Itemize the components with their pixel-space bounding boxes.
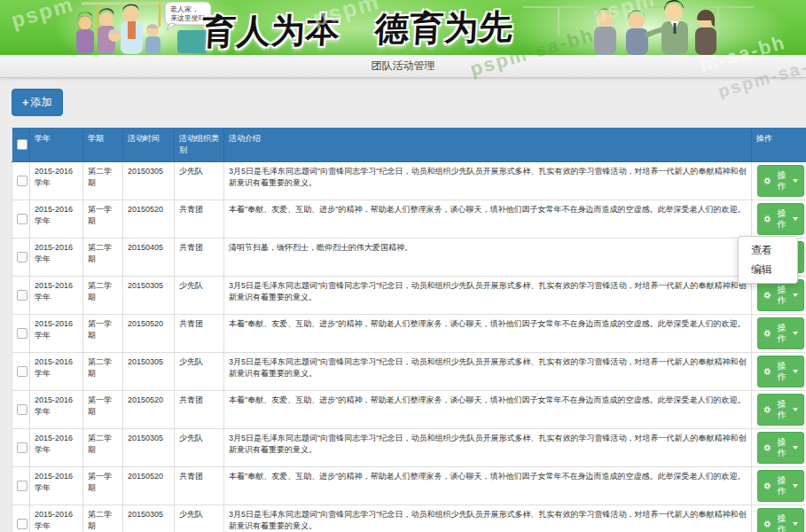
cell-school-year: 2015-2016学年 [30, 277, 83, 315]
header-actions: 操作 [752, 128, 806, 162]
table-row: 2015-2016学年 第一学期 20150520 共青团 本着"奉献、友爱、互… [12, 391, 806, 429]
table-row: 2015-2016学年 第二学期 20150305 少先队 3月5日是毛泽东同志… [12, 353, 806, 391]
cell-actions: 操作 [752, 467, 806, 505]
cell-org-type: 少先队 [175, 162, 224, 200]
cell-activity-intro: 本着"奉献、友爱、互助、进步"的精神，帮助老人们整理家务，谈心聊天，填补他们因子… [224, 391, 752, 429]
cell-semester: 第二学期 [83, 429, 123, 467]
cell-school-year: 2015-2016学年 [30, 315, 83, 353]
cell-actions: 操作 [752, 162, 806, 200]
row-checkbox[interactable] [17, 290, 27, 301]
cell-semester: 第一学期 [83, 315, 123, 353]
row-checkbox[interactable] [17, 519, 27, 529]
action-button-label: 操作 [774, 285, 789, 306]
cell-semester: 第二学期 [83, 353, 123, 391]
caret-down-icon [793, 484, 798, 488]
row-action-button[interactable]: 操作 [757, 470, 804, 502]
row-action-button[interactable]: 操作 [757, 394, 804, 426]
row-checkbox[interactable] [17, 481, 27, 491]
header-activity-intro: 活动介绍 [224, 128, 752, 162]
activities-table: 学年 学期 活动时间 活动组织类别 活动介绍 操作 2015-2016学年 第二… [12, 128, 806, 532]
row-action-button[interactable]: 操作 [757, 165, 804, 197]
cell-org-type: 共青团 [175, 467, 224, 505]
action-button-label: 操作 [774, 208, 789, 230]
table-row: 2015-2016学年 第一学期 20150520 共青团 本着"奉献、友爱、互… [12, 315, 806, 353]
select-all-checkbox[interactable] [17, 139, 27, 150]
header-school-year: 学年 [30, 128, 83, 162]
caret-down-icon [793, 408, 798, 411]
row-select-cell [12, 277, 30, 315]
row-select-cell [12, 505, 30, 532]
cell-school-year: 2015-2016学年 [30, 467, 83, 505]
add-button[interactable]: +添加 [12, 89, 63, 116]
row-action-button[interactable]: 操作 [757, 356, 804, 387]
cell-org-type: 少先队 [175, 429, 224, 467]
table-row: 2015-2016学年 第二学期 20150305 少先队 3月5日是毛泽东同志… [12, 162, 806, 200]
cell-org-type: 共青团 [175, 200, 224, 239]
cell-activity-date: 20150520 [123, 467, 175, 505]
cell-actions: 操作 [752, 505, 806, 532]
row-checkbox[interactable] [17, 176, 27, 186]
row-action-button[interactable]: 操作 [757, 317, 804, 349]
row-checkbox[interactable] [17, 214, 27, 224]
gear-icon [763, 329, 771, 338]
cell-actions: 操作 [752, 315, 806, 353]
cell-activity-intro: 清明节扫墓，缅怀烈士，瞻仰烈士的伟大爱国精神。 [224, 239, 752, 277]
action-button-label: 操作 [774, 437, 789, 458]
cell-activity-intro: 3月5日是毛泽东同志题词"向雷锋同志学习"纪念日，动员和组织少先队员开展形式多样… [224, 162, 752, 200]
caret-down-icon [793, 293, 798, 297]
cell-school-year: 2015-2016学年 [30, 353, 83, 391]
cell-activity-date: 20150405 [123, 239, 175, 277]
cell-actions: 操作 [752, 391, 806, 429]
action-button-label: 操作 [774, 170, 789, 192]
cell-school-year: 2015-2016学年 [30, 162, 83, 200]
bubble-text-line1: 老人家， [169, 5, 199, 13]
row-checkbox[interactable] [17, 328, 27, 339]
header-semester: 学期 [83, 128, 123, 162]
row-checkbox[interactable] [17, 252, 27, 262]
cell-activity-date: 20150305 [123, 429, 175, 467]
banner-cartoon-bus-scene: 老人家， 来这里坐吧。 [73, 0, 215, 55]
table-row: 2015-2016学年 第二学期 20150305 少先队 3月5日是毛泽东同志… [12, 277, 806, 315]
gear-icon [763, 481, 771, 490]
caret-down-icon [793, 522, 798, 526]
action-button-label: 操作 [774, 361, 789, 382]
row-checkbox[interactable] [17, 442, 27, 453]
gear-icon [763, 520, 771, 528]
cell-school-year: 2015-2016学年 [30, 200, 83, 239]
banner-slogan: 育人为本 德育为先 [200, 4, 513, 55]
cell-org-type: 少先队 [175, 277, 224, 315]
row-action-button[interactable]: 操作 [757, 203, 804, 235]
cell-activity-intro: 本着"奉献、友爱、互助、进步"的精神，帮助老人们整理家务，谈心聊天，填补他们因子… [224, 467, 752, 505]
table-body: 2015-2016学年 第二学期 20150305 少先队 3月5日是毛泽东同志… [12, 162, 806, 532]
banner-cartoon-teacher-scene [497, 0, 771, 55]
action-button-label: 操作 [774, 323, 789, 344]
cell-semester: 第一学期 [83, 200, 123, 239]
cell-activity-date: 20150520 [123, 315, 175, 353]
cell-activity-date: 20150520 [123, 200, 175, 239]
cell-semester: 第二学期 [83, 239, 123, 277]
cell-semester: 第二学期 [83, 162, 123, 200]
cell-org-type: 少先队 [175, 353, 224, 391]
page-title: 团队活动管理 [0, 55, 806, 78]
dropdown-item-edit[interactable]: 编辑 [739, 260, 797, 279]
cell-org-type: 少先队 [175, 505, 224, 532]
cell-activity-intro: 本着"奉献、友爱、互助、进步"的精神，帮助老人们整理家务，谈心聊天，填补他们因子… [224, 315, 752, 353]
cell-activity-date: 20150305 [123, 277, 175, 315]
row-checkbox[interactable] [17, 366, 27, 377]
caret-down-icon [793, 446, 798, 450]
cell-actions: 操作 [752, 353, 806, 391]
table-row: 2015-2016学年 第二学期 20150305 少先队 3月5日是毛泽东同志… [12, 505, 806, 532]
cell-activity-date: 20150520 [123, 391, 175, 429]
caret-down-icon [793, 332, 798, 335]
header-org-type: 活动组织类别 [175, 128, 224, 162]
cell-activity-date: 20150305 [123, 162, 175, 200]
row-checkbox[interactable] [17, 404, 27, 415]
row-action-button[interactable]: 操作 [757, 432, 804, 464]
cell-org-type: 共青团 [175, 315, 224, 353]
row-action-button[interactable]: 操作 [757, 508, 804, 532]
table-row: 2015-2016学年 第一学期 20150520 共青团 本着"奉献、友爱、互… [12, 200, 806, 239]
select-all-header [12, 128, 30, 162]
cell-org-type: 共青团 [175, 391, 224, 429]
dropdown-item-view[interactable]: 查看 [739, 240, 797, 260]
row-action-button[interactable]: 操作 [757, 279, 804, 311]
